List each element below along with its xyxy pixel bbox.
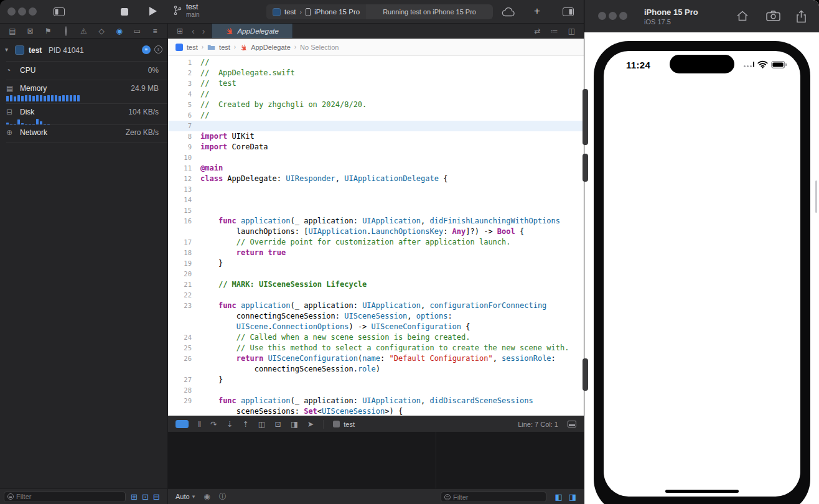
navigator-filter-input[interactable] xyxy=(16,493,122,500)
source-control-navigator-icon[interactable]: ⊠ xyxy=(24,27,37,35)
info-icon[interactable]: ⓘ xyxy=(219,492,227,502)
line-number[interactable]: 13 xyxy=(168,184,192,195)
cpu-gauge-row[interactable]: ◔ CPU 0% xyxy=(0,66,167,80)
line-number[interactable]: 11 xyxy=(168,163,192,174)
code-line[interactable]: 22 xyxy=(168,290,584,301)
minimize-window-button[interactable] xyxy=(609,12,617,20)
breakpoints-toggle-button[interactable] xyxy=(176,420,189,428)
zoom-window-button[interactable] xyxy=(619,12,627,20)
line-number[interactable]: 4 xyxy=(168,89,192,100)
line-number[interactable]: 24 xyxy=(168,332,192,343)
split-editor-icon[interactable]: ◫ xyxy=(568,27,575,35)
code-line[interactable]: 3// test xyxy=(168,78,584,89)
window-tab-picker[interactable]: test main xyxy=(173,2,200,19)
zoom-window-button[interactable] xyxy=(29,7,37,16)
add-tab-button[interactable]: + xyxy=(534,5,540,17)
threads-badge-icon[interactable]: ≡ xyxy=(142,45,151,54)
line-number[interactable] xyxy=(168,226,192,237)
filter-option-icon[interactable]: ⊟ xyxy=(153,492,160,502)
tests-navigator-icon[interactable]: ◇ xyxy=(95,27,108,35)
step-over-icon[interactable]: ↷ xyxy=(210,419,217,429)
find-navigator-icon[interactable] xyxy=(60,27,72,35)
line-number[interactable]: 12 xyxy=(168,174,192,184)
breadcrumb-selection[interactable]: No Selection xyxy=(300,44,339,51)
line-number[interactable]: 5 xyxy=(168,100,192,110)
disk-gauge-row[interactable]: ⊟ Disk 104 KB/s xyxy=(0,108,167,129)
debug-navigator-icon[interactable]: ◉ xyxy=(113,27,126,35)
line-number[interactable] xyxy=(168,406,192,416)
line-number[interactable]: 27 xyxy=(168,375,192,385)
debug-console[interactable] xyxy=(168,432,584,488)
line-number[interactable]: 19 xyxy=(168,258,192,269)
breadcrumb-file[interactable]: AppDelegate xyxy=(251,44,291,51)
code-line[interactable]: launchOptions: [UIApplication.LaunchOpti… xyxy=(168,226,584,237)
close-window-button[interactable] xyxy=(598,12,606,20)
line-number[interactable]: 3 xyxy=(168,78,192,89)
line-number[interactable]: 7 xyxy=(168,121,192,131)
code-line[interactable]: 10 xyxy=(168,152,584,163)
console-pane-toggle-icon[interactable]: ◨ xyxy=(569,492,576,502)
code-line[interactable]: 27 } xyxy=(168,375,584,385)
code-line[interactable]: 15 xyxy=(168,205,584,216)
code-line[interactable]: 6// xyxy=(168,110,584,121)
line-number[interactable]: 10 xyxy=(168,152,192,163)
line-number[interactable]: 8 xyxy=(168,131,192,142)
environment-overrides-icon[interactable]: ◨ xyxy=(291,419,298,429)
filter-option-icon[interactable]: ⊡ xyxy=(142,492,149,502)
line-number[interactable]: 20 xyxy=(168,269,192,279)
console-filter-field[interactable] xyxy=(441,492,546,502)
view-debugger-icon[interactable]: ◫ xyxy=(258,419,266,429)
step-into-icon[interactable]: ⇣ xyxy=(227,419,233,429)
step-out-icon[interactable]: ⇡ xyxy=(242,419,248,429)
line-number[interactable]: 25 xyxy=(168,343,192,353)
scrollbar-mark[interactable] xyxy=(583,89,588,145)
code-line[interactable]: 16 func application(_ application: UIApp… xyxy=(168,216,584,226)
forward-icon[interactable]: › xyxy=(202,26,205,36)
code-line[interactable]: 5// Created by zhgchgli on 2024/8/20. xyxy=(168,100,584,110)
filter-option-icon[interactable]: ⊞ xyxy=(131,492,138,502)
line-number[interactable]: 23 xyxy=(168,301,192,311)
code-line[interactable]: 25 // Use this method to select a config… xyxy=(168,343,584,353)
line-number[interactable]: 14 xyxy=(168,195,192,205)
scrollbar-mark[interactable] xyxy=(583,358,588,391)
line-number[interactable]: 21 xyxy=(168,279,192,290)
code-line[interactable]: connectingSceneSession: UISceneSession, … xyxy=(168,311,584,322)
jump-icon[interactable]: ⇄ xyxy=(535,27,541,35)
project-navigator-icon[interactable]: ▤ xyxy=(6,27,19,35)
xcode-cloud-icon[interactable] xyxy=(502,7,515,17)
code-line[interactable]: connectingSceneSession.role) xyxy=(168,364,584,375)
navigator-filter-field[interactable] xyxy=(4,492,126,502)
code-line[interactable]: 8import UIKit xyxy=(168,131,584,142)
tab-appdelegate[interactable]: AppDelegate xyxy=(211,24,293,38)
debug-target[interactable]: test xyxy=(333,421,355,428)
scrollbar-thumb[interactable] xyxy=(815,180,817,213)
line-number[interactable] xyxy=(168,322,192,332)
code-line[interactable]: 28 xyxy=(168,385,584,396)
line-number[interactable]: 15 xyxy=(168,205,192,216)
line-number[interactable]: 2 xyxy=(168,68,192,78)
line-number[interactable]: 16 xyxy=(168,216,192,226)
scheme-selector[interactable]: test › iPhone 15 Pro xyxy=(266,4,366,19)
scrollbar-mark[interactable] xyxy=(583,154,588,182)
code-line[interactable]: 12class AppDelegate: UIResponder, UIAppl… xyxy=(168,174,584,184)
code-line[interactable]: sceneSessions: Set<UISceneSession>) { xyxy=(168,406,584,416)
console-filter-input[interactable] xyxy=(453,493,543,501)
code-line[interactable]: 20 xyxy=(168,269,584,279)
pause-execution-icon[interactable]: ‖ xyxy=(198,420,201,429)
line-number[interactable]: 18 xyxy=(168,248,192,258)
screenshot-camera-icon[interactable] xyxy=(766,10,780,21)
process-row[interactable]: ▾ test PID 41041 ≡ ‖ xyxy=(0,44,167,58)
code-line[interactable]: 14 xyxy=(168,195,584,205)
minimap-icon[interactable]: ≔ xyxy=(551,27,558,35)
console-divider[interactable] xyxy=(436,432,436,488)
code-line[interactable]: 7 xyxy=(168,121,584,131)
line-number[interactable]: 29 xyxy=(168,396,192,406)
quicklook-eye-icon[interactable]: ◉ xyxy=(204,492,210,501)
line-number[interactable]: 17 xyxy=(168,237,192,248)
line-number[interactable]: 26 xyxy=(168,353,192,364)
code-line[interactable]: 24 // Called when a new scene session is… xyxy=(168,332,584,343)
breadcrumb-group[interactable]: test xyxy=(219,44,230,51)
issues-navigator-icon[interactable]: ⚠ xyxy=(78,27,90,35)
code-line[interactable]: 2// AppDelegate.swift xyxy=(168,68,584,78)
network-gauge-row[interactable]: ⊕ Network Zero KB/s xyxy=(0,128,167,142)
